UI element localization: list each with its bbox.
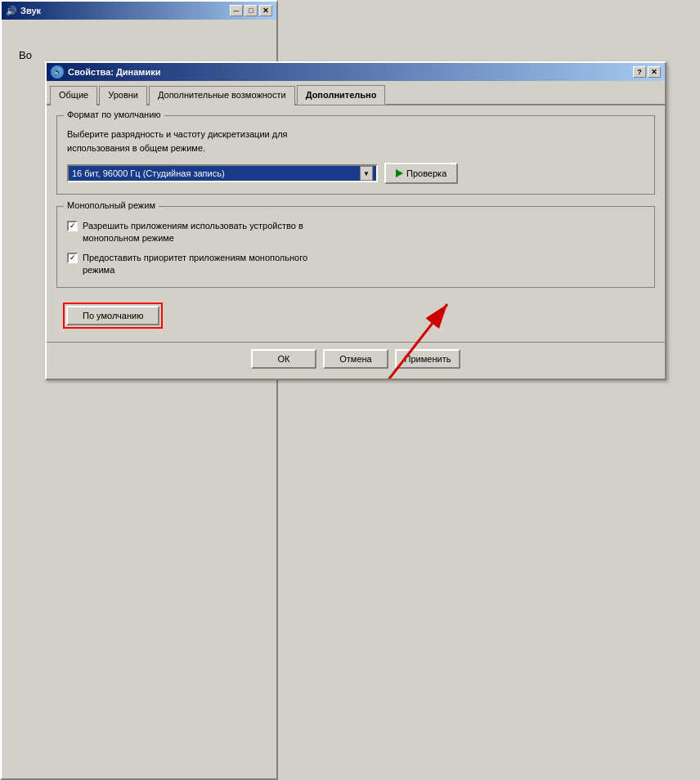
background-title-text: Звук	[20, 6, 41, 16]
bottom-area: По умолчанию	[56, 299, 655, 332]
apply-button[interactable]: Применить	[395, 349, 460, 369]
play-icon	[396, 169, 403, 177]
test-button[interactable]: Проверка	[384, 163, 458, 184]
background-title: 🔊 Звук	[6, 6, 41, 16]
background-close-btn[interactable]: ✕	[259, 5, 272, 16]
tab-general[interactable]: Общие	[50, 86, 97, 105]
dialog-help-btn[interactable]: ?	[633, 66, 646, 78]
vo-label: Во	[19, 49, 32, 61]
checkbox-check-2: ✓	[70, 254, 76, 262]
format-row: 16 бит, 96000 Гц (Студийная запись) ▼ Пр…	[67, 163, 644, 184]
checkbox-exclusive-priority[interactable]: ✓	[67, 253, 78, 263]
tab-advanced[interactable]: Дополнительно	[297, 85, 386, 105]
tabs-bar: Общие Уровни Дополнительные возможности …	[47, 81, 665, 105]
checkbox-exclusive-allow[interactable]: ✓	[67, 221, 78, 231]
background-minimize-btn[interactable]: ─	[230, 5, 243, 16]
dialog-controls: ? ✕	[633, 66, 661, 78]
action-buttons: ОК Отмена Применить	[47, 342, 665, 379]
background-maximize-btn[interactable]: □	[245, 5, 258, 16]
dropdown-arrow-icon[interactable]: ▼	[360, 166, 373, 181]
test-button-label: Проверка	[406, 168, 446, 178]
format-group-legend: Формат по умолчанию	[64, 110, 164, 119]
exclusive-group: Монопольный режим ✓ Разрешить приложения…	[56, 206, 655, 288]
tab-enhancements[interactable]: Дополнительные возможности	[149, 86, 295, 105]
tab-levels[interactable]: Уровни	[99, 86, 147, 105]
dialog-title-text: Свойства: Динамики	[68, 67, 161, 77]
properties-dialog: 🔊 Свойства: Динамики ? ✕ Общие Уровни До…	[45, 61, 666, 380]
dialog-content: Формат по умолчанию Выберите разрядность…	[47, 105, 665, 342]
checkbox-row-2: ✓ Предоставить приоритет приложениям мон…	[67, 252, 644, 277]
ok-button[interactable]: ОК	[251, 349, 316, 369]
dialog-icon: 🔊	[51, 65, 64, 78]
exclusive-group-legend: Монопольный режим	[64, 200, 159, 210]
checkbox-row-1: ✓ Разрешить приложениям использовать уст…	[67, 220, 644, 245]
sound-icon: 🔊	[6, 6, 17, 16]
dialog-title: 🔊 Свойства: Динамики	[51, 65, 161, 78]
dialog-close-btn[interactable]: ✕	[648, 66, 661, 78]
checkbox-label-1: Разрешить приложениям использовать устро…	[83, 220, 303, 245]
background-content: Во	[2, 20, 276, 33]
background-titlebar: 🔊 Звук ─ □ ✕	[2, 2, 276, 20]
format-dropdown[interactable]: 16 бит, 96000 Гц (Студийная запись) ▼	[67, 164, 378, 182]
background-controls: ─ □ ✕	[230, 5, 272, 16]
cancel-button[interactable]: Отмена	[323, 349, 388, 369]
dropdown-value: 16 бит, 96000 Гц (Студийная запись)	[72, 168, 360, 178]
checkbox-label-2: Предоставить приоритет приложениям моноп…	[83, 252, 307, 277]
format-description: Выберите разрядность и частоту дискретиз…	[67, 128, 644, 155]
dialog-titlebar: 🔊 Свойства: Динамики ? ✕	[47, 63, 665, 81]
format-group: Формат по умолчанию Выберите разрядность…	[56, 115, 655, 195]
checkbox-check-1: ✓	[70, 222, 76, 230]
default-button[interactable]: По умолчанию	[66, 306, 159, 325]
